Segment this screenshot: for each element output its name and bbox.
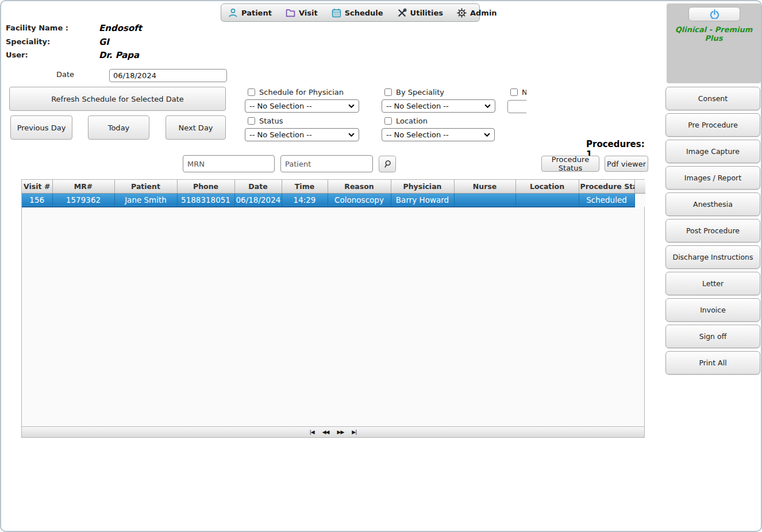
- sidebar-post-procedure-button[interactable]: Post Procedure: [665, 219, 760, 242]
- sidebar-invoice-button[interactable]: Invoice: [665, 298, 760, 322]
- refresh-schedule-button[interactable]: Refresh Schedule for Selected Date: [9, 87, 226, 111]
- visit-folder-icon: [286, 8, 295, 18]
- pager-first-icon[interactable]: |◀: [310, 429, 314, 435]
- power-button[interactable]: [688, 7, 740, 21]
- chevron-down-icon: [348, 104, 355, 108]
- cell-time[interactable]: 14:29: [282, 193, 328, 207]
- user-value: Dr. Papa: [99, 50, 139, 60]
- nav-admin-label: Admin: [470, 9, 497, 17]
- chevron-down-icon: [484, 133, 490, 137]
- cell-location[interactable]: [515, 193, 579, 207]
- utilities-tools-icon: [397, 8, 407, 18]
- grid-pager: |◀ ◀◀ ▶▶ ▶|: [22, 426, 644, 437]
- facility-name-value: Endosoft: [99, 23, 142, 33]
- by-speciality-checkbox-input[interactable]: [384, 88, 392, 96]
- col-procedure-status[interactable]: Procedure Status: [579, 180, 634, 193]
- sidebar-anesthesia-button[interactable]: Anesthesia: [665, 192, 760, 216]
- location-checkbox-input[interactable]: [384, 117, 392, 125]
- physician-select-value: -- No Selection --: [249, 102, 312, 110]
- location-label: Location: [396, 117, 428, 125]
- speciality-select[interactable]: -- No Selection --: [382, 99, 495, 113]
- status-select-value: -- No Selection --: [249, 130, 312, 139]
- nurse-checkbox[interactable]: Nu: [510, 88, 526, 97]
- col-visit[interactable]: Visit #: [22, 180, 52, 193]
- col-scrollbar-stub: [634, 180, 645, 193]
- status-checkbox-input[interactable]: [248, 117, 255, 125]
- nurse-input[interactable]: [507, 100, 526, 113]
- cell-scrollbar-stub: [634, 193, 645, 207]
- schedule-for-physician-checkbox[interactable]: Schedule for Physician: [248, 88, 344, 97]
- nav-visit[interactable]: Visit: [286, 8, 318, 18]
- col-date[interactable]: Date: [234, 180, 282, 193]
- procedure-status-button[interactable]: Procedure Status: [541, 156, 599, 172]
- col-time[interactable]: Time: [282, 180, 328, 193]
- nav-admin[interactable]: Admin: [457, 8, 497, 18]
- col-location[interactable]: Location: [515, 180, 579, 193]
- speciality-value: GI: [99, 37, 109, 47]
- facility-name-label: Facility Name :: [6, 24, 68, 32]
- schedule-for-physician-label: Schedule for Physician: [259, 88, 344, 97]
- sidebar-image-capture-button[interactable]: Image Capture: [665, 140, 760, 163]
- cell-patient[interactable]: Jane Smith: [114, 193, 177, 207]
- col-phone[interactable]: Phone: [177, 180, 234, 193]
- location-checkbox[interactable]: Location: [384, 117, 428, 125]
- status-select[interactable]: -- No Selection --: [245, 128, 359, 141]
- sidebar-print-all-button[interactable]: Print All: [665, 351, 760, 375]
- nav-patient[interactable]: Patient: [228, 8, 272, 18]
- chevron-down-icon: [348, 133, 355, 137]
- brand-title: Qlinical - Premium Plus: [667, 25, 761, 43]
- search-icon: [383, 160, 392, 168]
- cell-reason[interactable]: Colonoscopy: [328, 193, 391, 207]
- sidebar-letter-button[interactable]: Letter: [665, 272, 760, 295]
- physician-select[interactable]: -- No Selection --: [245, 99, 359, 113]
- col-mr[interactable]: MR#: [52, 180, 114, 193]
- cell-date[interactable]: 06/18/2024: [234, 193, 282, 207]
- nurse-filter-clipped: Nu: [507, 85, 526, 115]
- pager-next-icon[interactable]: ▶▶: [337, 429, 344, 435]
- nav-patient-label: Patient: [241, 9, 272, 17]
- sidebar-consent-button[interactable]: Consent: [665, 87, 760, 110]
- nav-utilities-label: Utilities: [410, 9, 443, 17]
- schedule-for-physician-checkbox-input[interactable]: [248, 88, 255, 96]
- col-reason[interactable]: Reason: [328, 180, 391, 193]
- sidebar-discharge-instructions-button[interactable]: Discharge Instructions: [665, 245, 760, 269]
- today-button[interactable]: Today: [88, 115, 149, 140]
- by-speciality-checkbox[interactable]: By Speciality: [384, 88, 444, 97]
- pager-last-icon[interactable]: ▶|: [352, 429, 356, 435]
- cell-mr[interactable]: 1579362: [52, 193, 114, 207]
- col-patient[interactable]: Patient: [114, 180, 177, 193]
- cell-procedure-status[interactable]: Scheduled: [579, 193, 634, 207]
- sidebar-pre-procedure-button[interactable]: Pre Procedure: [665, 113, 760, 137]
- speciality-label: Speciality:: [6, 37, 50, 46]
- nav-schedule-label: Schedule: [345, 9, 383, 17]
- user-label: User:: [6, 51, 28, 59]
- pdf-viewer-button[interactable]: Pdf viewer: [605, 156, 648, 172]
- nav-schedule[interactable]: Schedule: [332, 8, 383, 18]
- cell-nurse[interactable]: [454, 193, 515, 207]
- next-day-button[interactable]: Next Day: [166, 115, 226, 140]
- mrn-search-input[interactable]: [183, 155, 275, 172]
- cell-phone[interactable]: 5188318051: [177, 193, 234, 207]
- location-select[interactable]: -- No Selection --: [382, 128, 495, 141]
- date-input[interactable]: [109, 69, 227, 82]
- col-nurse[interactable]: Nurse: [454, 180, 515, 193]
- cell-physician[interactable]: Barry Howard: [391, 193, 454, 207]
- previous-day-button[interactable]: Previous Day: [10, 115, 72, 140]
- patient-search-input[interactable]: [280, 155, 373, 172]
- pager-prev-icon[interactable]: ◀◀: [322, 429, 329, 435]
- nav-utilities[interactable]: Utilities: [397, 8, 443, 18]
- status-label: Status: [259, 117, 283, 125]
- speciality-select-value: -- No Selection --: [386, 102, 449, 110]
- grid-header-row: Visit # MR# Patient Phone Date Time Reas…: [22, 180, 645, 193]
- qlinical-app-window: Patient Visit Schedule Utilities Admin F…: [0, 0, 762, 532]
- status-checkbox[interactable]: Status: [248, 117, 283, 125]
- admin-gear-icon: [457, 8, 467, 18]
- schedule-row-selected[interactable]: 156 1579362 Jane Smith 5188318051 06/18/…: [22, 193, 645, 207]
- sidebar-brand-panel: Qlinical - Premium Plus: [667, 3, 761, 83]
- col-physician[interactable]: Physician: [391, 180, 454, 193]
- cell-visit[interactable]: 156: [22, 193, 52, 207]
- sidebar-images-report-button[interactable]: Images / Report: [665, 166, 760, 190]
- search-button[interactable]: [379, 156, 396, 172]
- nurse-checkbox-input[interactable]: [510, 88, 518, 96]
- sidebar-sign-off-button[interactable]: Sign off: [665, 325, 760, 348]
